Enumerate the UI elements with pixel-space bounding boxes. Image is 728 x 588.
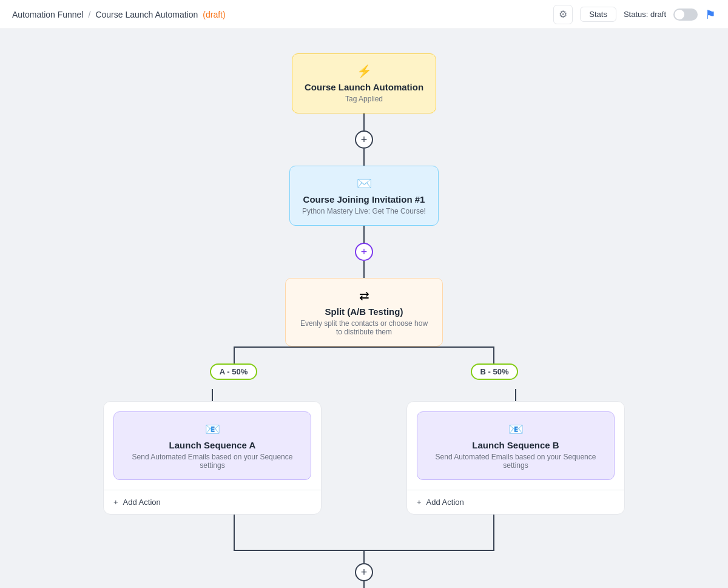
- flag-icon[interactable]: ⚑: [705, 7, 716, 22]
- connector-2: [363, 149, 365, 166]
- branch-a-column: 📧 Launch Sequence A Send Automated Email…: [103, 389, 322, 515]
- status-label: Status: draft: [624, 10, 666, 19]
- launch-sequence-b-node[interactable]: 📧 Launch Sequence B Send Automated Email…: [417, 411, 615, 480]
- sequence-a-icon: 📧: [126, 422, 298, 436]
- branch-a-label-wrap: A - 50%: [207, 363, 260, 380]
- connector-5: [363, 581, 365, 588]
- branch-b-connector: [515, 389, 516, 401]
- add-action-b-button[interactable]: + Add Action: [407, 490, 624, 514]
- split-title: Split (A/B Testing): [298, 306, 430, 317]
- branch-b-label-wrap: B - 50%: [468, 363, 521, 380]
- header: Automation Funnel / Course Launch Automa…: [0, 0, 728, 29]
- breadcrumb-draft: (draft): [203, 10, 225, 19]
- split-subtitle: Evenly split the contacts or choose how …: [298, 319, 430, 336]
- branch-cards-row: 📧 Launch Sequence A Send Automated Email…: [103, 389, 625, 515]
- trigger-icon: ⚡: [305, 64, 423, 78]
- split-area: A - 50% B - 50% 📧 Launch Sequence A Send…: [103, 346, 625, 563]
- email-icon: ✉️: [302, 176, 426, 191]
- header-right: ⚙ Stats Status: draft ⚑: [553, 5, 716, 24]
- branch-a-label: A - 50%: [210, 363, 257, 380]
- split-node[interactable]: ⇄ Split (A/B Testing) Evenly split the c…: [285, 278, 443, 346]
- branch-b-top-line: [493, 346, 494, 365]
- launch-sequence-a-node[interactable]: 📧 Launch Sequence A Send Automated Email…: [113, 411, 311, 480]
- branch-b-card[interactable]: 📧 Launch Sequence B Send Automated Email…: [406, 401, 625, 515]
- sequence-a-title: Launch Sequence A: [126, 440, 298, 450]
- connector-3: [363, 226, 365, 243]
- gear-icon: ⚙: [559, 8, 567, 20]
- sequence-b-subtitle: Send Automated Emails based on your Sequ…: [430, 453, 602, 470]
- breadcrumb: Automation Funnel / Course Launch Automa…: [12, 10, 226, 19]
- branch-a-top-line: [234, 346, 235, 365]
- trigger-title: Course Launch Automation: [305, 82, 423, 92]
- stats-button[interactable]: Stats: [580, 7, 616, 22]
- branch-a-connector: [212, 389, 213, 401]
- add-action-a-label: Add Action: [123, 498, 161, 507]
- branch-b-inner: 📧 Launch Sequence B Send Automated Email…: [407, 402, 624, 490]
- trigger-node[interactable]: ⚡ Course Launch Automation Tag Applied: [292, 53, 436, 113]
- status-toggle[interactable]: [673, 8, 698, 21]
- merge-center-v: [363, 550, 365, 563]
- branch-b-column: 📧 Launch Sequence B Send Automated Email…: [406, 389, 625, 515]
- sequence-a-subtitle: Send Automated Emails based on your Sequ…: [126, 453, 298, 470]
- branch-a-inner: 📧 Launch Sequence A Send Automated Email…: [104, 402, 321, 490]
- add-step-button-1[interactable]: +: [355, 130, 373, 149]
- automation-canvas: ⚡ Course Launch Automation Tag Applied +…: [0, 29, 728, 588]
- sequence-b-icon: 📧: [430, 422, 602, 436]
- breadcrumb-separator: /: [89, 10, 91, 19]
- split-h-line: [234, 346, 494, 348]
- connector-1: [363, 113, 365, 130]
- email-node[interactable]: ✉️ Course Joining Invitation #1 Python M…: [289, 166, 439, 226]
- branch-a-card[interactable]: 📧 Launch Sequence A Send Automated Email…: [103, 401, 322, 515]
- merge-left-v: [234, 515, 235, 551]
- add-action-b-plus-icon: +: [417, 498, 422, 507]
- merge-area: [103, 515, 625, 563]
- email-subtitle: Python Mastery Live: Get The Course!: [302, 207, 426, 215]
- email-title: Course Joining Invitation #1: [302, 194, 426, 204]
- add-action-b-label: Add Action: [426, 498, 464, 507]
- gear-button[interactable]: ⚙: [553, 5, 573, 24]
- sequence-b-title: Launch Sequence B: [430, 440, 602, 450]
- branch-label-spacer: [103, 346, 625, 389]
- split-icon: ⇄: [298, 288, 430, 303]
- trigger-subtitle: Tag Applied: [305, 95, 423, 103]
- branch-b-label: B - 50%: [471, 363, 519, 380]
- add-step-button-2[interactable]: +: [355, 243, 373, 261]
- breadcrumb-home[interactable]: Automation Funnel: [12, 10, 84, 19]
- add-step-button-3[interactable]: +: [355, 563, 373, 581]
- breadcrumb-current: Course Launch Automation: [95, 10, 198, 19]
- add-action-a-plus-icon: +: [113, 498, 118, 507]
- connector-4: [363, 261, 365, 278]
- add-action-a-button[interactable]: + Add Action: [104, 490, 321, 514]
- merge-right-v: [493, 515, 494, 551]
